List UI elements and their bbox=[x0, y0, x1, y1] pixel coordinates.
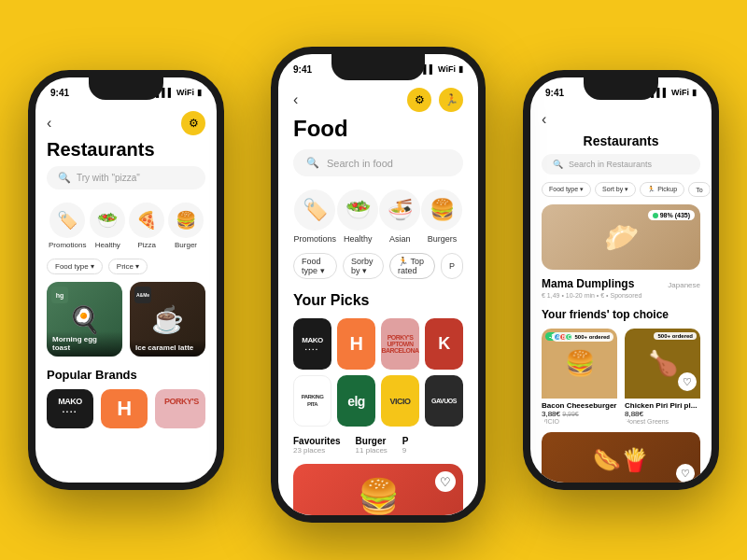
center-top-rated-filter[interactable]: 🏃 Top rated bbox=[389, 253, 435, 279]
picks-categories-row: Favourites 23 places Burger 11 places P … bbox=[278, 436, 478, 464]
heart-icon-overlay[interactable]: ♡ bbox=[435, 471, 456, 492]
center-settings-button[interactable]: ⚙ bbox=[407, 88, 431, 112]
morning-egg-card[interactable]: hg Morning eggtoast 🍳 bbox=[47, 282, 122, 357]
pick-mako[interactable]: MAKO▪▪▪▪ bbox=[293, 318, 331, 370]
chicken-heart-button[interactable]: ♡ bbox=[678, 372, 697, 391]
elg-pick-label: elg bbox=[347, 394, 365, 409]
chicken-piri-card[interactable]: 🍗 500+ ordered ♡ Chicken Piri Piri pl...… bbox=[625, 329, 700, 425]
pick-porkys[interactable]: PORKY'SUPTOWN BARCELONA bbox=[381, 318, 419, 370]
left-category-row: 🏷️ Promotions 🥗 Healthy 🍕 Pizza 🍔 Burger bbox=[35, 197, 217, 255]
pizza-icon: 🍕 bbox=[129, 203, 164, 238]
left-notch bbox=[89, 77, 163, 100]
right-sort-filter[interactable]: Sort by ▾ bbox=[595, 182, 636, 197]
search-icon: 🔍 bbox=[553, 160, 563, 169]
settings-icon-button[interactable]: ⚙ bbox=[181, 111, 205, 135]
category-burger[interactable]: 🍔 Burger bbox=[168, 203, 204, 249]
right-search-placeholder: Search in Restaurants bbox=[569, 160, 652, 169]
bacon-cheeseburger-card[interactable]: 🍔 -20% A B C 500+ ordered Bacon Cheesebu… bbox=[542, 329, 617, 425]
burger-label: Burger bbox=[175, 241, 197, 249]
healthy-icon: 🥗 bbox=[337, 189, 378, 231]
left-phone: 9:41 ▌▌▌ WiFi ▮ ‹ ⚙ Restaurants 🔍 Try wi… bbox=[28, 70, 224, 490]
left-time: 9:41 bbox=[50, 88, 69, 98]
order-avatars: A B C bbox=[556, 333, 572, 341]
burger-from: VICIO bbox=[542, 418, 617, 425]
center-pickup-filter[interactable]: P bbox=[441, 253, 463, 279]
burger-old-price: 9,99€ bbox=[562, 411, 579, 417]
burgers-label: Burgers bbox=[428, 234, 458, 244]
center-cat-asian[interactable]: 🍜 Asian bbox=[379, 189, 420, 244]
wifi-icon: WiFi bbox=[671, 88, 689, 97]
green-dot-icon bbox=[653, 213, 658, 218]
right-pickup-filter[interactable]: 🏃 Pickup bbox=[640, 182, 684, 197]
burger-name: Bacon Cheeseburger bbox=[542, 401, 617, 410]
burgers-icon: 🍔 bbox=[421, 189, 462, 231]
center-phone: 9:41 ▌▌▌ WiFi ▮ ‹ ⚙ 🏃 Food bbox=[271, 47, 486, 523]
right-to-filter[interactable]: To bbox=[688, 182, 710, 197]
k-pick-label: K bbox=[438, 334, 450, 354]
right-header: ‹ bbox=[530, 104, 712, 133]
pick-vicio[interactable]: VICIO bbox=[381, 375, 419, 427]
center-food-type-filter[interactable]: Food type ▾ bbox=[293, 253, 337, 279]
pick-h[interactable]: H bbox=[337, 318, 375, 370]
center-back-button[interactable]: ‹ bbox=[293, 91, 298, 108]
pick-k[interactable]: K bbox=[425, 318, 463, 370]
porkys-brand[interactable]: PORKY'S bbox=[155, 389, 205, 428]
center-time: 9:41 bbox=[293, 64, 312, 75]
asian-label: Asian bbox=[389, 234, 411, 244]
food-type-filter[interactable]: Food type ▾ bbox=[47, 259, 103, 274]
friends-choice-title: Your friends' top choice bbox=[530, 306, 712, 329]
popular-brands-title: Popular Brands bbox=[35, 364, 217, 389]
category-pizza[interactable]: 🍕 Pizza bbox=[129, 203, 164, 249]
center-search-bar[interactable]: 🔍 Search in food bbox=[293, 149, 463, 176]
favourites-count: 23 places bbox=[293, 446, 341, 455]
ordered-text: 500+ ordered bbox=[574, 334, 610, 340]
pick-parking-pita[interactable]: PARKINGPITA bbox=[293, 375, 331, 427]
mama-dumplings-info: Mama Dumplings Japanese € 1,49 • 10-20 m… bbox=[530, 277, 712, 306]
center-cat-burgers[interactable]: 🍔 Burgers bbox=[421, 189, 462, 244]
left-back-button[interactable]: ‹ bbox=[47, 115, 51, 132]
center-cat-promotions[interactable]: 🏷️ Promotions bbox=[294, 189, 337, 244]
category-promotions[interactable]: 🏷️ Promotions bbox=[49, 203, 86, 249]
p-category-name: P bbox=[402, 436, 409, 446]
ordered-badge: A B C 500+ ordered bbox=[552, 332, 613, 342]
right-back-button[interactable]: ‹ bbox=[542, 111, 546, 128]
hotdog-heart-button[interactable]: ♡ bbox=[676, 464, 695, 483]
mako-brand[interactable]: MAKO▪▪▪▪ bbox=[47, 389, 93, 428]
ice-caramel-label: Ice caramel latte bbox=[135, 343, 200, 353]
pick-elg[interactable]: elg bbox=[337, 375, 375, 427]
price-filter[interactable]: Price ▾ bbox=[108, 259, 148, 274]
center-sortby-filter[interactable]: Sorby by ▾ bbox=[343, 253, 384, 279]
center-notch bbox=[331, 54, 425, 80]
restaurant-meta: € 1,49 • 10-20 min • € • Sponsored bbox=[542, 292, 700, 299]
center-filter-row: Food type ▾ Sorby by ▾ 🏃 Top rated P bbox=[278, 253, 478, 288]
wifi-icon: WiFi bbox=[438, 64, 456, 74]
mama-dumplings-card[interactable]: 🥟 98% (435) bbox=[542, 204, 700, 270]
center-category-row: 🏷️ Promotions 🥗 Healthy 🍜 Asian 🍔 Burger… bbox=[278, 186, 478, 253]
left-status-icons: ▌▌▌ WiFi ▮ bbox=[156, 88, 202, 97]
left-page-title: Restaurants bbox=[35, 139, 217, 166]
center-food-image: 🍔 ♡ bbox=[293, 464, 463, 515]
right-search-bar[interactable]: 🔍 Search in Restaurants bbox=[542, 154, 700, 175]
center-cat-healthy[interactable]: 🥗 Healthy bbox=[337, 189, 378, 244]
search-icon: 🔍 bbox=[306, 157, 319, 169]
gear-icon: ⚙ bbox=[415, 93, 425, 106]
gear-icon: ⚙ bbox=[189, 117, 199, 130]
right-time: 9:41 bbox=[545, 88, 564, 98]
center-page-title: Food bbox=[278, 116, 478, 149]
h-icon: H bbox=[117, 397, 131, 421]
center-runner-button[interactable]: 🏃 bbox=[439, 88, 463, 112]
left-search-bar[interactable]: 🔍 Try with "pizza" bbox=[47, 166, 205, 189]
chicken-price: 8,88€ bbox=[625, 410, 700, 418]
center-header: ‹ ⚙ 🏃 bbox=[278, 80, 478, 116]
pick-gavuos[interactable]: GAVUOS bbox=[425, 375, 463, 427]
ice-caramel-card[interactable]: A&Me Ice caramel latte ☕ bbox=[130, 282, 205, 357]
category-healthy[interactable]: 🥗 Healthy bbox=[90, 203, 125, 249]
porkys-pick-label: PORKY'SUPTOWN BARCELONA bbox=[381, 334, 419, 354]
hotdog-card[interactable]: 🌭🍟 ♡ bbox=[542, 432, 700, 483]
right-food-type-filter[interactable]: Food type ▾ bbox=[542, 182, 591, 197]
h-brand[interactable]: H bbox=[101, 389, 148, 428]
center-search-placeholder: Search in food bbox=[327, 158, 393, 169]
hotdog-emoji: 🌭🍟 bbox=[593, 447, 649, 473]
chicken-info: Chicken Piri Piri pl... 8,88€ Honest Gre… bbox=[625, 399, 700, 425]
chicken-from: Honest Greens bbox=[625, 418, 700, 425]
